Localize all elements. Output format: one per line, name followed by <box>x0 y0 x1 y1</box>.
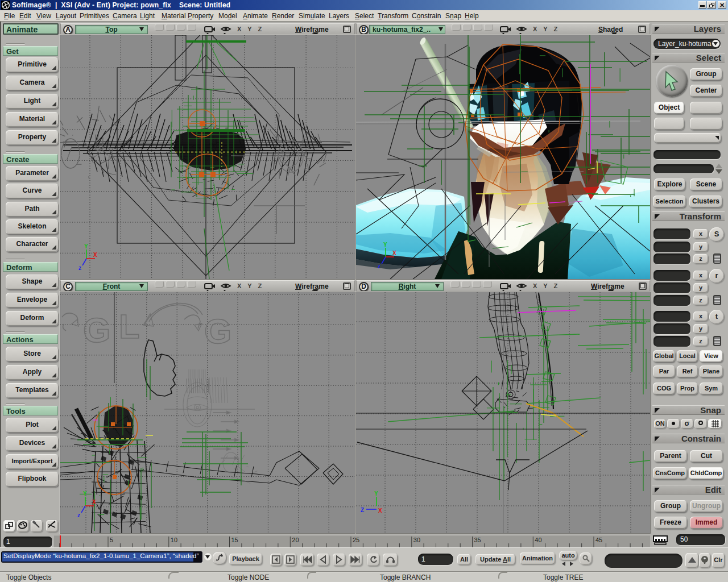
svg-text:35: 35 <box>474 537 481 543</box>
svg-text:Y: Y <box>83 490 87 497</box>
svg-text:45: 45 <box>595 537 602 543</box>
svg-text:5: 5 <box>110 537 113 543</box>
svg-text:Y: Y <box>84 243 88 250</box>
svg-text:X: X <box>392 250 396 256</box>
svg-text:Y: Y <box>374 490 378 497</box>
svg-text:Y: Y <box>383 242 387 248</box>
svg-text:15: 15 <box>231 537 238 543</box>
svg-text:z: z <box>78 265 81 271</box>
svg-text:X: X <box>92 499 96 505</box>
svg-text:30: 30 <box>413 537 420 543</box>
svg-text:20: 20 <box>292 537 299 543</box>
svg-text:z: z <box>77 512 80 518</box>
svg-text:Z: Z <box>361 507 364 513</box>
svg-text:25: 25 <box>353 537 359 543</box>
svg-text:L: L <box>119 307 140 346</box>
svg-text:G: G <box>83 310 110 350</box>
svg-text:40: 40 <box>535 537 541 543</box>
svg-text:X: X <box>378 508 382 514</box>
svg-text:z: z <box>378 263 380 269</box>
svg-text:10: 10 <box>171 537 177 543</box>
svg-text:G: G <box>204 311 231 351</box>
svg-text:X: X <box>93 252 97 258</box>
